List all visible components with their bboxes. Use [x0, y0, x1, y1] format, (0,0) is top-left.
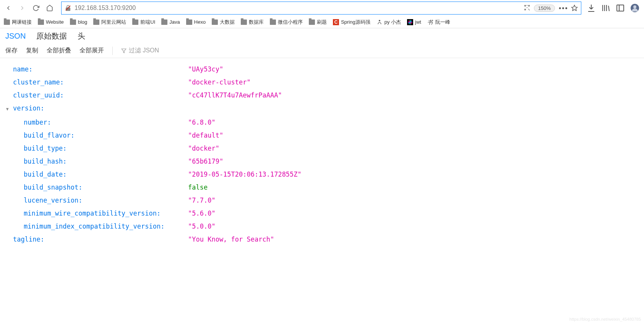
copy-button[interactable]: 复制 [26, 47, 38, 55]
home-button[interactable] [44, 2, 56, 14]
bookmark-item[interactable]: blog [70, 19, 88, 25]
svg-rect-7 [529, 10, 530, 10]
viewer-tab[interactable]: JSON [5, 30, 26, 42]
json-row: minimum_index_compatibility_version"5.0.… [5, 220, 639, 233]
bookmark-item[interactable]: 网课链接 [4, 19, 32, 26]
bookmark-item[interactable]: 大数据 [212, 19, 235, 26]
json-row: minimum_wire_compatibility_version"5.6.0… [5, 207, 639, 220]
bookmark-star-icon[interactable] [571, 5, 578, 11]
json-value[interactable]: "6.8.0" [188, 116, 216, 129]
json-value[interactable]: "cC47llK7T4u7AewfrPaAAA" [188, 89, 282, 102]
bookmark-item[interactable]: 数据库 [241, 19, 264, 26]
collapse-toggle-icon[interactable]: ▼ [6, 103, 11, 116]
json-key[interactable]: version [13, 102, 44, 115]
json-row: build_flavor"default" [5, 129, 639, 142]
url-bar[interactable]: 150% ••• [61, 2, 581, 15]
json-row: cluster_name"docker-cluster" [5, 76, 639, 89]
svg-rect-5 [527, 7, 527, 8]
json-value[interactable]: "You Know, for Search" [188, 233, 274, 246]
json-key[interactable]: cluster_name [13, 76, 64, 89]
json-key[interactable]: build_type [24, 142, 67, 155]
bookmark-item[interactable]: Website [38, 19, 64, 25]
favicon-icon: C [333, 19, 339, 25]
json-value[interactable]: false [188, 181, 208, 194]
folder-icon [270, 19, 276, 25]
svg-marker-18 [122, 49, 126, 53]
viewer-tabs: JSON原始数据头 [0, 28, 644, 44]
json-value[interactable]: "5.0.0" [188, 220, 216, 233]
json-key[interactable]: lucene_version [24, 194, 83, 207]
profile-icon[interactable] [630, 3, 639, 13]
bookmark-label: Hexo [194, 19, 206, 25]
bookmark-label: jwt [415, 19, 421, 25]
json-key[interactable]: minimum_index_compatibility_version [24, 220, 164, 233]
json-row: number"6.8.0" [5, 116, 639, 129]
nav-toolbar: 150% ••• [0, 0, 644, 16]
bookmark-item[interactable]: jwt [407, 19, 421, 25]
bookmark-label: 前端UI [140, 19, 155, 26]
folder-icon [309, 19, 315, 25]
reload-button[interactable] [30, 2, 42, 14]
collapse-all-button[interactable]: 全部折叠 [47, 47, 71, 55]
json-row: build_date"2019-05-15T20:06:13.172855Z" [5, 168, 639, 181]
bookmark-label: 阿里云网站 [101, 19, 126, 26]
json-value[interactable]: "2019-05-15T20:06:13.172855Z" [188, 168, 302, 181]
json-key[interactable]: build_flavor [24, 129, 75, 142]
viewer-tab[interactable]: 头 [78, 29, 85, 43]
json-key[interactable]: number [24, 116, 51, 129]
json-row: cluster_uuid"cC47llK7T4u7AewfrPaAAA" [5, 89, 639, 102]
folder-icon [212, 19, 218, 25]
json-value[interactable]: "docker" [188, 142, 219, 155]
bookmark-item[interactable]: Hexo [186, 19, 206, 25]
bookmark-label: 网课链接 [12, 19, 32, 26]
bookmark-item[interactable]: 微信小程序 [270, 19, 303, 26]
favicon-icon: 书 [427, 19, 433, 25]
json-value[interactable]: "5.6.0" [188, 207, 216, 220]
json-value[interactable]: "UAy53cy" [188, 63, 223, 76]
zoom-badge[interactable]: 150% [534, 5, 555, 12]
downloads-icon[interactable] [587, 3, 596, 13]
page-actions-icon[interactable]: ••• [559, 5, 566, 11]
json-value[interactable]: "default" [188, 129, 223, 142]
json-row: lucene_version"7.7.0" [5, 194, 639, 207]
bookmark-item[interactable]: py 小杰 [376, 19, 401, 26]
svg-marker-8 [572, 5, 577, 11]
back-button[interactable] [2, 2, 15, 14]
json-value[interactable]: "65b6179" [188, 155, 223, 168]
json-row: build_type"docker" [5, 142, 639, 155]
bookmark-label: 大数据 [220, 19, 235, 26]
save-button[interactable]: 保存 [5, 47, 18, 55]
bookmark-item[interactable]: Java [161, 19, 180, 25]
json-key[interactable]: build_hash [24, 155, 67, 168]
json-key[interactable]: build_date [24, 168, 67, 181]
svg-point-12 [633, 5, 636, 8]
json-key[interactable]: minimum_wire_compatibility_version [24, 207, 161, 220]
folder-icon [241, 19, 247, 25]
separator [112, 47, 113, 55]
bookmark-item[interactable]: 前端UI [132, 19, 155, 26]
filter-input[interactable]: 过滤 JSON [121, 47, 159, 55]
expand-all-button[interactable]: 全部展开 [79, 47, 104, 55]
json-row: ▼version [5, 102, 639, 116]
filter-icon [121, 48, 127, 54]
json-value[interactable]: "docker-cluster" [188, 76, 251, 89]
json-value[interactable]: "7.7.0" [188, 194, 216, 207]
json-key[interactable]: name [13, 63, 32, 76]
bookmark-item[interactable]: CSpring源码强 [333, 19, 370, 26]
viewer-tab[interactable]: 原始数据 [36, 29, 67, 43]
bookmark-label: 阮一峰 [435, 19, 450, 26]
bookmark-item[interactable]: 刷题 [309, 19, 327, 26]
library-icon[interactable] [601, 3, 610, 13]
json-key[interactable]: tagline [13, 233, 44, 246]
json-key[interactable]: cluster_uuid [13, 89, 64, 102]
folder-icon [38, 19, 44, 25]
forward-button[interactable] [16, 2, 28, 14]
url-input[interactable] [75, 5, 521, 11]
bookmark-item[interactable]: 阿里云网站 [93, 19, 126, 26]
sidebar-icon[interactable] [616, 3, 625, 13]
json-row: tagline"You Know, for Search" [5, 233, 639, 246]
bookmark-item[interactable]: 书阮一峰 [427, 19, 450, 26]
json-row: build_hash"65b6179" [5, 155, 639, 168]
json-key[interactable]: build_snapshot [24, 181, 83, 194]
qr-icon[interactable] [524, 5, 530, 12]
